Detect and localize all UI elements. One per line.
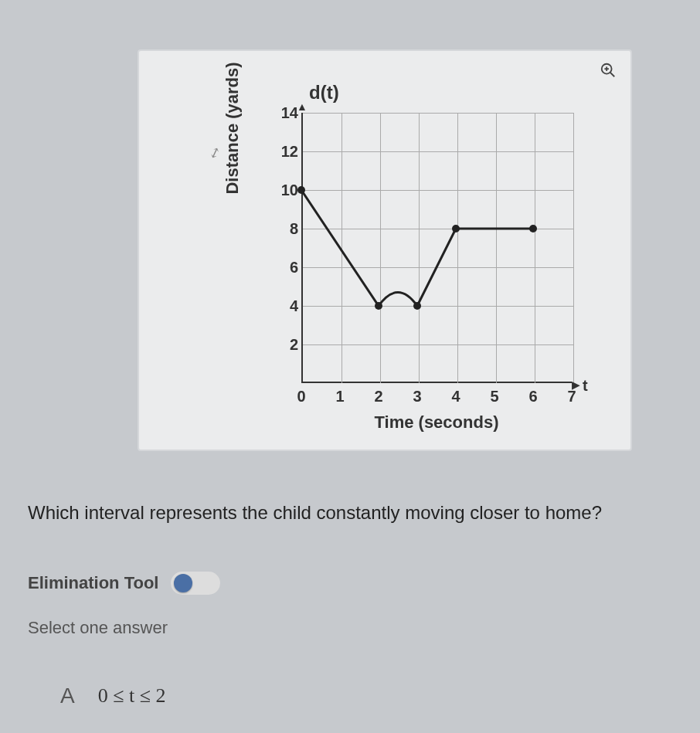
x-tick: 3 <box>413 388 421 406</box>
plot-area: 2 4 6 8 10 12 14 0 1 2 3 4 5 6 7 <box>301 113 572 383</box>
chart-line <box>301 113 572 383</box>
x-axis-label: Time (seconds) <box>301 412 572 433</box>
svg-point-6 <box>413 302 421 310</box>
y-axis-arrow-icon: ▲ <box>297 100 308 113</box>
y-tick: 8 <box>290 220 298 238</box>
svg-point-8 <box>529 225 537 232</box>
x-tick: 1 <box>335 388 344 406</box>
x-axis-variable: t <box>583 377 588 395</box>
zoom-in-icon[interactable] <box>600 62 617 79</box>
svg-point-5 <box>375 302 382 310</box>
y-tick: 10 <box>281 182 298 199</box>
chart-function-label: d(t) <box>309 82 339 104</box>
svg-point-7 <box>452 225 460 232</box>
y-tick: 4 <box>290 297 298 315</box>
y-tick: 14 <box>281 104 298 122</box>
y-tick: 2 <box>290 336 298 354</box>
x-tick: 0 <box>297 388 305 406</box>
answer-letter: A <box>60 684 75 708</box>
chart-panel: ⤢ d(t) Distance (yards) <box>138 49 632 451</box>
svg-point-4 <box>297 186 305 194</box>
y-tick: 12 <box>281 143 298 161</box>
y-tick: 6 <box>290 259 298 277</box>
x-axis-arrow-icon: ▶ <box>572 378 580 391</box>
x-tick: 4 <box>451 388 460 406</box>
select-one-prompt: Select one answer <box>28 618 168 638</box>
answer-text: 0 ≤ t ≤ 2 <box>98 684 166 708</box>
x-tick: 2 <box>374 388 382 406</box>
y-axis-label: Distance (yards) <box>223 51 243 205</box>
elimination-tool-label: Elimination Tool <box>28 573 158 593</box>
svg-line-1 <box>610 73 615 77</box>
toggle-knob <box>174 574 192 592</box>
x-tick: 5 <box>490 388 498 406</box>
elimination-tool-row: Elimination Tool <box>28 572 220 595</box>
x-tick: 6 <box>528 388 537 406</box>
elimination-toggle[interactable] <box>171 572 220 595</box>
question-text: Which interval represents the child cons… <box>28 502 692 524</box>
answer-option-a[interactable]: A 0 ≤ t ≤ 2 <box>60 684 165 708</box>
